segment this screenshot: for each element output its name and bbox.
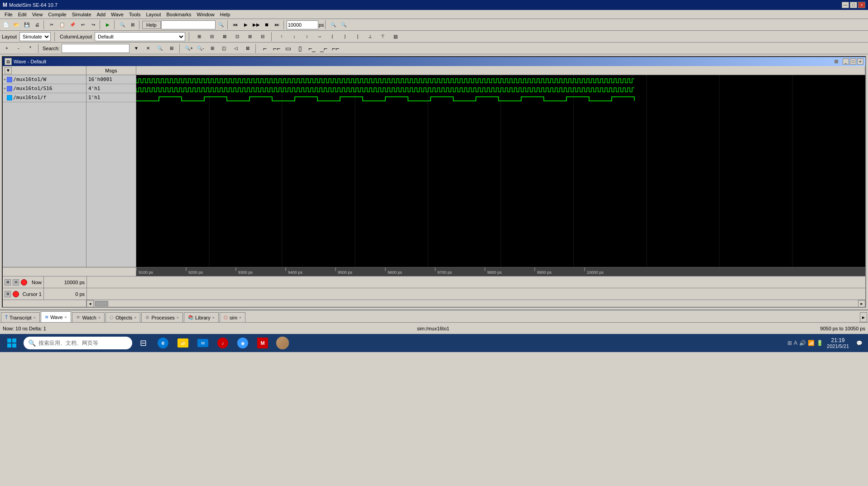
menu-view[interactable]: View — [29, 11, 46, 18]
menu-layout[interactable]: Layout — [144, 11, 164, 18]
search-next[interactable]: ⊞ — [167, 43, 177, 53]
signal-row-0[interactable]: + /mux16to1/W — [3, 75, 86, 84]
tray-icon3[interactable]: 🔊 — [799, 340, 806, 346]
tab-processes-close[interactable]: × — [177, 315, 179, 320]
tb-r10[interactable]: ▨ — [391, 32, 401, 42]
tb-r1[interactable]: ↑ — [277, 32, 287, 42]
start-button[interactable] — [2, 335, 22, 351]
menu-bookmarks[interactable]: Bookmarks — [164, 11, 194, 18]
run-continue-button[interactable]: ▶▶ — [251, 20, 261, 30]
search-clear[interactable]: ✕ — [143, 43, 153, 53]
zoom-out-btn[interactable]: 🔍- — [196, 43, 206, 53]
menu-help[interactable]: Help — [217, 11, 233, 18]
tray-icon4[interactable]: 📶 — [808, 340, 815, 346]
wave-shape6[interactable]: _⌐ — [319, 43, 329, 53]
collapse-all-btn[interactable]: ▼ — [5, 67, 12, 74]
search-opt2[interactable]: - — [14, 43, 24, 53]
hscroll-left[interactable]: ◄ — [86, 300, 94, 307]
help-search-go[interactable]: 🔍 — [216, 20, 226, 30]
save-button[interactable]: 💾 — [22, 20, 32, 30]
search-opt3[interactable]: * — [25, 43, 35, 53]
avatar-button[interactable] — [273, 335, 292, 351]
hscroll-thumb[interactable] — [95, 301, 108, 306]
file-explorer-button[interactable]: 📁 — [174, 335, 192, 351]
tb-r4[interactable]: ↔ — [315, 32, 325, 42]
tab-library-close[interactable]: × — [212, 315, 215, 320]
tb-col2[interactable]: ⊟ — [207, 32, 217, 42]
open-button[interactable]: 📂 — [11, 20, 21, 30]
tb-col3[interactable]: ⊠ — [220, 32, 230, 42]
music-app-button[interactable]: ♪ — [214, 335, 232, 351]
tab-objects[interactable]: ⬡ Objects × — [106, 312, 141, 322]
tb-r9[interactable]: ⊤ — [378, 32, 388, 42]
tray-icon2[interactable]: A — [794, 340, 797, 346]
tray-icon5[interactable]: 🔋 — [816, 340, 823, 346]
zoom-fit-btn[interactable]: ⊠ — [243, 43, 253, 53]
menu-file[interactable]: File — [2, 11, 15, 18]
tab-wave-close[interactable]: × — [65, 315, 67, 319]
tb-r3[interactable]: ↕ — [302, 32, 312, 42]
signal-row-2[interactable]: + /mux16to1/f — [3, 93, 86, 102]
blue-app-button[interactable]: ◉ — [234, 335, 252, 351]
help-button[interactable]: Help — [142, 21, 161, 29]
wave-zoom-out[interactable]: 🔍 — [339, 20, 349, 30]
tab-transcript-close[interactable]: × — [34, 315, 36, 320]
help-search-input[interactable] — [161, 20, 216, 29]
wave-shape3[interactable]: ▭ — [283, 43, 293, 53]
menu-window[interactable]: Window — [194, 11, 217, 18]
maximize-button[interactable]: □ — [850, 2, 857, 8]
tab-wave[interactable]: ≋ Wave × — [41, 311, 71, 322]
menu-tools[interactable]: Tools — [126, 11, 144, 18]
undo-button[interactable]: ↩ — [78, 20, 88, 30]
clock-area[interactable]: 21:19 2021/5/21 — [827, 337, 849, 349]
tb-r7[interactable]: | — [353, 32, 363, 42]
tab-scroll-right[interactable]: ► — [860, 312, 867, 322]
find-button[interactable]: 🔍 — [117, 20, 127, 30]
tb-r8[interactable]: ⊥ — [365, 32, 375, 42]
tab-library[interactable]: 📚 Library × — [184, 312, 219, 322]
wave-shape1[interactable]: ⌐ — [260, 43, 270, 53]
wave-maximize-btn[interactable]: □ — [850, 58, 856, 65]
tray-icon1[interactable]: ⊞ — [787, 340, 792, 346]
wave-shape4[interactable]: ▯ — [295, 43, 305, 53]
taskbar-search[interactable]: 🔍 搜索应用、文档、网页等 — [24, 337, 132, 349]
menu-add[interactable]: Add — [94, 11, 109, 18]
stop-button[interactable]: ⏹ — [262, 20, 272, 30]
tab-sim-close[interactable]: × — [239, 315, 241, 320]
expand-icon-0[interactable]: + — [4, 77, 6, 82]
find-options-button[interactable]: ⊞ — [128, 20, 138, 30]
tab-watch-close[interactable]: × — [98, 315, 101, 320]
sim-time-input[interactable] — [287, 20, 318, 29]
search-prev[interactable]: 🔍 — [155, 43, 165, 53]
layout-select[interactable]: Simulate Debug — [19, 32, 51, 41]
wave-shape2[interactable]: ⌐⌐ — [272, 43, 282, 53]
wave-shape7[interactable]: ⌐⌐ — [331, 43, 340, 53]
notifications-button[interactable]: 💬 — [853, 335, 866, 351]
wave-minimize-btn[interactable]: _ — [843, 58, 849, 65]
wave-menu-icon[interactable]: ▤ — [5, 58, 12, 65]
wave-zoom-in[interactable]: 🔍 — [328, 20, 338, 30]
hscroll-right[interactable]: ► — [858, 300, 865, 307]
search-opt1[interactable]: + — [2, 43, 12, 53]
wave-close-btn[interactable]: × — [857, 58, 863, 65]
run-all-button[interactable]: ▶ — [103, 20, 113, 30]
menu-wave[interactable]: Wave — [108, 11, 126, 18]
tb-col1[interactable]: ⊞ — [194, 32, 204, 42]
m-app-button[interactable]: M — [254, 335, 272, 351]
tb-col6[interactable]: ⊟ — [258, 32, 268, 42]
new-button[interactable]: 📄 — [1, 20, 11, 30]
run-button[interactable]: ▶ — [241, 20, 251, 30]
edge-browser-button[interactable]: e — [154, 335, 172, 351]
tb-col5[interactable]: ⊞ — [245, 32, 255, 42]
signal-row-1[interactable]: + /mux16to1/S16 — [3, 84, 86, 93]
expand-icon-1[interactable]: + — [4, 86, 6, 91]
tb-col4[interactable]: ⊡ — [232, 32, 242, 42]
paste-button[interactable]: 📌 — [67, 20, 77, 30]
close-button[interactable]: × — [858, 2, 865, 8]
task-view-button[interactable]: ⊟ — [134, 335, 152, 351]
tb-r5[interactable]: ⟨ — [327, 32, 337, 42]
mail-button[interactable]: ✉ — [194, 335, 212, 351]
search-go[interactable]: ▼ — [131, 43, 141, 53]
menu-edit[interactable]: Edit — [15, 11, 29, 18]
zoom-prev-btn[interactable]: ◁ — [231, 43, 241, 53]
